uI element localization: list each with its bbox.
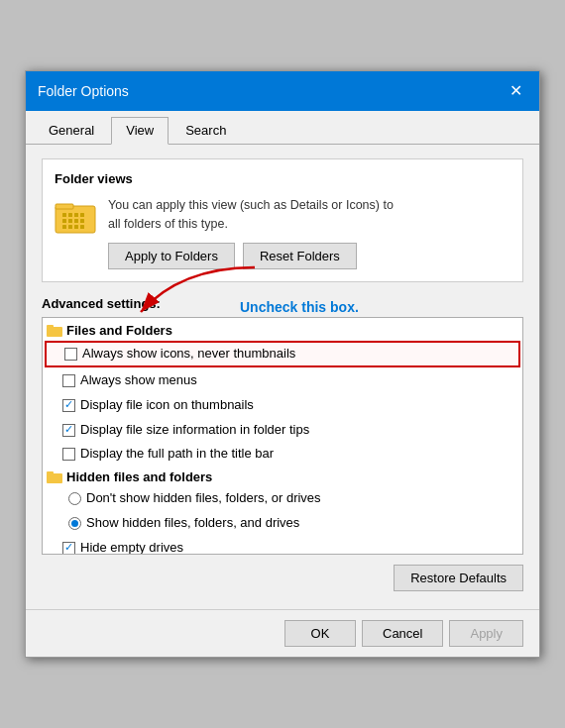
settings-list-container[interactable]: Files and Folders Always show icons, nev… xyxy=(42,317,523,555)
checkbox-always-show-menus[interactable] xyxy=(62,374,75,387)
svg-rect-4 xyxy=(74,213,78,217)
list-item-always-show-icons: Always show icons, never thumbnails xyxy=(45,341,520,367)
group-hidden-files: Hidden files and folders xyxy=(43,467,522,486)
label-always-show-icons: Always show icons, never thumbnails xyxy=(82,344,295,364)
dialog-content: Folder views xyxy=(26,145,539,610)
group-files-and-folders: Files and Folders xyxy=(43,320,522,340)
tab-bar: General View Search xyxy=(26,111,539,145)
label-show-hidden: Show hidden files, folders, and drives xyxy=(86,513,299,534)
checkbox-hide-empty-drives[interactable]: ✓ xyxy=(62,542,75,555)
folder-hidden-icon xyxy=(47,468,62,484)
radio-show-hidden[interactable] xyxy=(68,517,81,530)
label-dont-show-hidden: Don't show hidden files, folders, or dri… xyxy=(86,488,321,509)
svg-rect-10 xyxy=(62,225,66,229)
label-always-show-menus: Always show menus xyxy=(80,370,197,391)
tab-general[interactable]: General xyxy=(34,117,109,144)
checkbox-display-file-size[interactable]: ✓ xyxy=(62,424,75,437)
checkbox-always-show-icons[interactable] xyxy=(64,348,77,361)
svg-rect-12 xyxy=(74,225,78,229)
svg-rect-16 xyxy=(47,325,54,328)
list-item-hide-empty-drives: ✓ Hide empty drives xyxy=(43,536,522,555)
label-display-file-size: Display file size information in folder … xyxy=(80,420,309,441)
svg-rect-7 xyxy=(68,219,72,223)
title-bar: Folder Options ✕ xyxy=(26,71,539,111)
svg-rect-15 xyxy=(47,327,62,337)
label-hide-empty-drives: Hide empty drives xyxy=(80,538,183,555)
list-item-dont-show-hidden: Don't show hidden files, folders, or dri… xyxy=(43,486,522,511)
list-item-always-show-menus: Always show menus xyxy=(43,368,522,393)
svg-rect-5 xyxy=(80,213,84,217)
svg-rect-9 xyxy=(80,219,84,223)
list-item-show-hidden: Show hidden files, folders, and drives xyxy=(43,511,522,536)
folder-small-icon xyxy=(47,322,62,338)
cancel-button[interactable]: Cancel xyxy=(362,620,443,647)
tab-view[interactable]: View xyxy=(111,117,169,145)
apply-button[interactable]: Apply xyxy=(449,620,523,647)
list-item-display-file-size: ✓ Display file size information in folde… xyxy=(43,418,522,443)
folder-icon xyxy=(55,196,96,234)
svg-rect-18 xyxy=(47,471,54,474)
checkbox-display-file-icon[interactable]: ✓ xyxy=(62,399,75,412)
ok-button[interactable]: OK xyxy=(284,620,356,647)
folder-options-dialog: Folder Options ✕ General View Search Fol… xyxy=(25,70,540,659)
group-label-files-folders: Files and Folders xyxy=(66,323,172,338)
radio-dont-show-hidden[interactable] xyxy=(68,492,81,505)
group-label-hidden-files: Hidden files and folders xyxy=(66,469,212,484)
folder-views-label: Folder views xyxy=(55,171,510,186)
restore-defaults-row: Restore Defaults xyxy=(42,565,523,591)
svg-rect-6 xyxy=(62,219,66,223)
label-display-full-path: Display the full path in the title bar xyxy=(80,444,274,465)
dialog-title: Folder Options xyxy=(38,83,129,99)
restore-defaults-button[interactable]: Restore Defaults xyxy=(394,565,523,591)
close-button[interactable]: ✕ xyxy=(504,79,527,103)
list-item-display-full-path: Display the full path in the title bar xyxy=(43,442,522,467)
folder-views-description: You can apply this view (such as Details… xyxy=(108,196,394,234)
checkbox-display-full-path[interactable] xyxy=(62,448,75,461)
svg-rect-2 xyxy=(62,213,66,217)
label-display-file-icon: Display file icon on thumbnails xyxy=(80,395,254,416)
svg-rect-17 xyxy=(47,473,62,483)
svg-rect-11 xyxy=(68,225,72,229)
svg-rect-8 xyxy=(74,219,78,223)
list-item-display-file-icon: ✓ Display file icon on thumbnails xyxy=(43,393,522,418)
svg-rect-13 xyxy=(80,225,84,229)
svg-rect-1 xyxy=(56,204,73,209)
settings-list: Files and Folders Always show icons, nev… xyxy=(43,318,522,555)
dialog-footer: OK Cancel Apply xyxy=(26,609,539,657)
svg-rect-3 xyxy=(68,213,72,217)
tab-search[interactable]: Search xyxy=(170,117,241,144)
advanced-section: Advanced settings: Uncheck this box. xyxy=(42,296,523,591)
